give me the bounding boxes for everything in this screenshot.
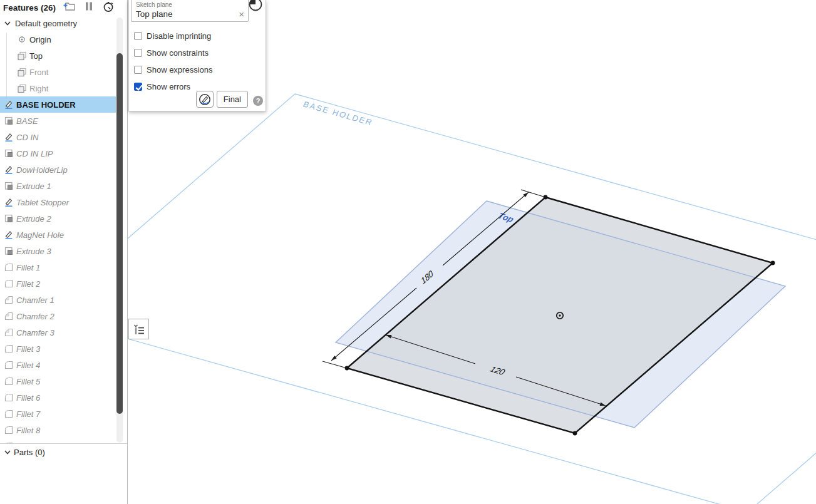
- stopwatch-icon: [102, 0, 115, 15]
- feature-item-partial[interactable]: [0, 438, 116, 443]
- feature-item-tablet-stopper[interactable]: Tablet Stopper: [0, 194, 116, 210]
- parts-label: Parts (0): [14, 448, 45, 457]
- plane-icon: [17, 51, 27, 61]
- feature-item-cd-in[interactable]: CD IN: [0, 129, 116, 145]
- feature-item-front[interactable]: Front: [0, 64, 116, 80]
- feature-label: CD IN LIP: [16, 149, 53, 158]
- feature-item-fillet-4[interactable]: Fillet 4: [0, 357, 116, 373]
- sketch-plane-field[interactable]: Sketch plane Top plane ×: [131, 0, 249, 22]
- feature-item-base[interactable]: BASE: [0, 113, 116, 129]
- fillet-icon: [4, 376, 14, 386]
- feature-item-chamfer-1[interactable]: Chamfer 1: [0, 292, 116, 308]
- commit-sketch-button[interactable]: [196, 91, 214, 108]
- checkbox-label: Disable imprinting: [147, 31, 211, 41]
- checkbox-unchecked-icon[interactable]: [134, 32, 142, 40]
- checkbox-show-constraints[interactable]: Show constraints: [134, 44, 262, 61]
- feature-item-fillet-1[interactable]: Fillet 1: [0, 259, 116, 275]
- features-header: Features (26): [0, 0, 127, 15]
- feature-label: Front: [29, 68, 48, 77]
- checkbox-label: Show constraints: [147, 48, 209, 58]
- checkbox-checked-icon[interactable]: [134, 83, 142, 91]
- fillet-icon: [4, 425, 14, 435]
- extrude-icon: [4, 116, 14, 126]
- feature-item-fillet-2[interactable]: Fillet 2: [0, 275, 116, 292]
- sketch-feature-icon: [248, 0, 263, 14]
- pause-icon: [84, 1, 94, 14]
- feature-label: Fillet 6: [16, 393, 40, 403]
- feature-item-base-holder[interactable]: BASE HOLDER: [0, 96, 116, 113]
- checkbox-label: Show errors: [147, 82, 190, 91]
- feature-item-right[interactable]: Right: [0, 80, 116, 96]
- checkbox-unchecked-icon[interactable]: [134, 66, 142, 74]
- feature-item-fillet-8[interactable]: Fillet 8: [0, 422, 116, 438]
- fillet-icon: [4, 344, 14, 354]
- help-icon[interactable]: ?: [253, 96, 263, 106]
- plane-icon: [17, 67, 27, 77]
- feature-label: Extrude 3: [16, 247, 51, 256]
- stopwatch-button[interactable]: [102, 1, 115, 14]
- feature-item-top[interactable]: Top: [0, 48, 116, 64]
- checkbox-unchecked-icon[interactable]: [134, 49, 142, 57]
- feature-label: Extrude 2: [16, 214, 51, 224]
- feature-item-chamfer-3[interactable]: Chamfer 3: [0, 324, 116, 341]
- sketch-icon: [4, 165, 14, 175]
- feature-label: Chamfer 1: [16, 296, 54, 305]
- feature-item-origin[interactable]: Origin: [0, 31, 116, 48]
- checkbox-disable-imprinting[interactable]: Disable imprinting: [134, 28, 262, 44]
- chamfer-icon: [4, 311, 14, 321]
- feature-item-chamfer-2[interactable]: Chamfer 2: [0, 308, 116, 324]
- feature-label: Origin: [29, 35, 51, 44]
- feature-label: Top: [29, 51, 43, 61]
- chevron-down-icon: [3, 447, 13, 457]
- chevron-down-icon: [3, 18, 13, 28]
- clear-icon[interactable]: ×: [239, 10, 244, 19]
- feature-label: Chamfer 2: [16, 312, 54, 321]
- sketch-icon: [4, 197, 14, 207]
- final-button[interactable]: Final: [217, 91, 248, 108]
- feature-label: Right: [29, 84, 48, 93]
- extrude-icon: [4, 246, 14, 256]
- feature-label: MagNet Hole: [16, 230, 64, 240]
- feature-label: Fillet 1: [16, 263, 40, 272]
- extrude-icon: [4, 148, 14, 158]
- feature-item-fillet-6[interactable]: Fillet 6: [0, 389, 116, 406]
- fillet-icon: [4, 393, 14, 403]
- fillet-icon: [4, 262, 14, 272]
- sketch-plane-field-value: Top plane: [136, 9, 239, 19]
- feature-item-fillet-3[interactable]: Fillet 3: [0, 341, 116, 357]
- feature-item-magnet-hole[interactable]: MagNet Hole: [0, 227, 116, 243]
- feature-label: BASE HOLDER: [16, 100, 76, 110]
- feature-label: Fillet 7: [16, 409, 40, 419]
- graphics-canvas[interactable]: BASE HOLDER Top 180: [128, 0, 816, 504]
- features-toolbar: [63, 1, 127, 14]
- origin-icon: [17, 34, 27, 44]
- chamfer-icon: [4, 327, 14, 337]
- feature-label: BASE: [16, 116, 38, 126]
- feature-label: Fillet 5: [16, 377, 40, 386]
- extrude-icon: [4, 213, 14, 224]
- pause-button[interactable]: [83, 1, 95, 14]
- feature-item-fillet-5[interactable]: Fillet 5: [0, 373, 116, 389]
- sketch-pencil-icon: [198, 93, 212, 106]
- feature-item-extrude-1[interactable]: Extrude 1: [0, 178, 116, 194]
- feature-item-extrude-2[interactable]: Extrude 2: [0, 210, 116, 227]
- feature-item-cd-in-lip[interactable]: CD IN LIP: [0, 145, 116, 162]
- features-panel: Features (26) Default geometryOriginTopF…: [0, 0, 127, 504]
- parts-section-header[interactable]: Parts (0): [0, 444, 127, 460]
- new-folder-button[interactable]: [63, 1, 76, 14]
- feature-label: DowHolderLip: [16, 165, 68, 175]
- sketch-icon: [4, 132, 14, 142]
- dialog-checkboxes: Disable imprintingShow constraintsShow e…: [134, 28, 262, 95]
- feature-label: Fillet 4: [16, 361, 40, 370]
- chamfer-icon: [4, 295, 14, 305]
- feature-label: CD IN: [16, 133, 38, 142]
- feature-item-dowholderlip[interactable]: DowHolderLip: [0, 162, 116, 178]
- feature-item-extrude-3[interactable]: Extrude 3: [0, 243, 116, 259]
- feature-item-fillet-7[interactable]: Fillet 7: [0, 406, 116, 422]
- fillet-icon: [4, 360, 14, 370]
- plane-icon: [17, 83, 27, 93]
- checkbox-show-expressions[interactable]: Show expressions: [134, 61, 262, 78]
- tree-group-default-geometry[interactable]: Default geometry: [0, 15, 116, 31]
- tree-scrollbar-thumb[interactable]: [116, 53, 123, 414]
- feature-list-flyout-button[interactable]: [128, 319, 149, 339]
